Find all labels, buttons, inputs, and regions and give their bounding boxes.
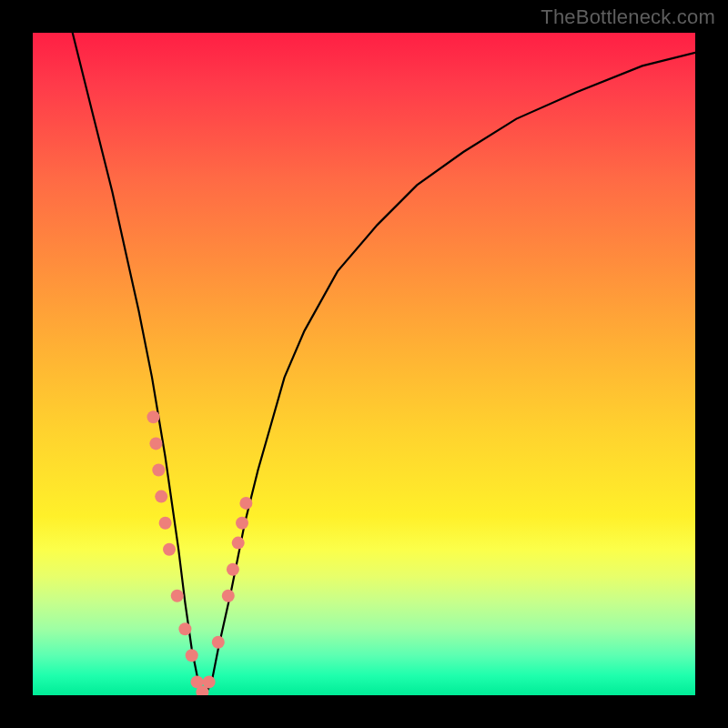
marker-dot [186, 649, 198, 662]
chart-svg [33, 33, 695, 695]
marker-dot [232, 537, 245, 550]
bottleneck-curve [73, 33, 695, 695]
marker-dot [212, 636, 225, 649]
marker-dot [163, 543, 176, 556]
marker-dot [155, 490, 167, 503]
marker-dot [178, 622, 191, 635]
marker-group [147, 410, 253, 695]
marker-dot [222, 590, 235, 602]
marker-dot [236, 517, 248, 530]
marker-dot [147, 410, 160, 423]
marker-dot [203, 675, 216, 688]
marker-dot [159, 517, 172, 530]
marker-dot [149, 437, 162, 450]
chart-frame: TheBottleneck.com [0, 0, 728, 728]
marker-dot [152, 464, 165, 477]
plot-area [33, 33, 695, 695]
marker-dot [227, 563, 239, 576]
marker-dot [239, 497, 252, 510]
marker-dot [171, 590, 184, 602]
watermark-text: TheBottleneck.com [541, 5, 715, 29]
